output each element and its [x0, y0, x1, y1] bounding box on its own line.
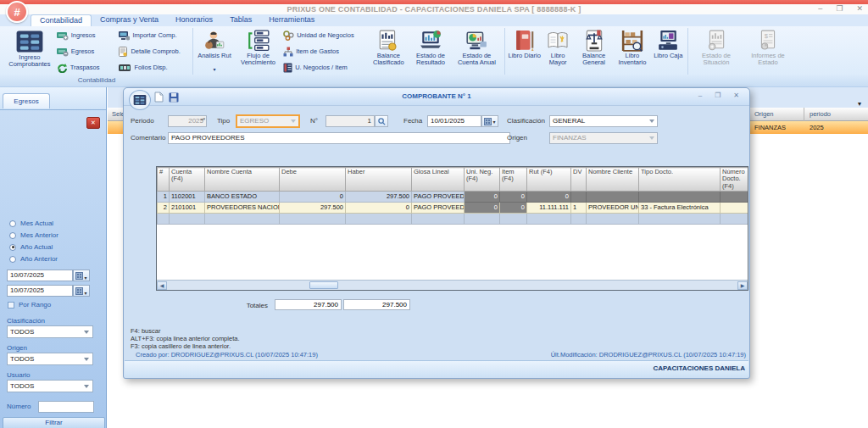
cell[interactable]	[205, 213, 280, 224]
dialog-minimize-icon[interactable]	[698, 92, 702, 99]
radio-mes-actual[interactable]: Mes Actual	[9, 220, 53, 227]
ribbon-button-libro-inventario[interactable]: Libro Inventario	[613, 28, 651, 67]
ribbon-button-detalle-comprob[interactable]: Detalle Comprob.	[119, 45, 190, 58]
ribbon-button-balance-general[interactable]: Balance General	[575, 28, 613, 67]
cell[interactable]	[412, 213, 465, 224]
tab-contabilidad[interactable]: Contabilidad	[31, 14, 92, 26]
restore-icon[interactable]	[836, 4, 843, 13]
cell[interactable]	[571, 191, 587, 202]
comentario-input[interactable]: PAGO PROVEEDORES	[168, 132, 510, 144]
cell[interactable]: PROVEEDOR UNO	[587, 202, 639, 213]
cell[interactable]	[587, 191, 639, 202]
numero-input[interactable]	[38, 401, 94, 413]
cell[interactable]: 1	[571, 202, 587, 213]
cell[interactable]	[280, 213, 346, 224]
cell[interactable]	[465, 213, 500, 224]
ribbon-button-estado-resultado[interactable]: Estado de Resultado	[409, 28, 452, 67]
date-from-picker-button[interactable]	[73, 270, 90, 281]
cell[interactable]	[170, 213, 205, 224]
ribbon-button-folios-disp[interactable]: Folios Disp.	[119, 61, 190, 75]
ribbon-button-libro-diario[interactable]: Libro Diario	[508, 28, 541, 59]
ribbon-button-informes-estado[interactable]: $ Informes de Estado	[742, 28, 794, 67]
grid-row-1[interactable]: 1 1102001 BANCO ESTADO 0 297.500 PAGO PR…	[158, 191, 748, 202]
cell[interactable]: BANCO ESTADO	[205, 191, 280, 202]
tab-honorarios[interactable]: Honorarios	[167, 14, 221, 26]
cell[interactable]	[500, 213, 527, 224]
cell[interactable]	[587, 213, 639, 224]
dialog-close-icon[interactable]	[733, 92, 739, 99]
ribbon-button-flujo-vencimiento[interactable]: Flujo de Vencimiento	[233, 28, 283, 67]
radio-mes-anterior[interactable]: Mes Anterior	[9, 231, 58, 239]
cell[interactable]: 33 - Factura Electrónica	[639, 202, 721, 213]
por-rango-checkbox[interactable]: Por Rango	[8, 301, 51, 308]
cell[interactable]	[639, 191, 721, 202]
cell[interactable]: PAGO PROVEED...	[412, 202, 465, 213]
cell[interactable]: 11.111.111	[527, 202, 571, 213]
filtrar-button[interactable]: Filtrar	[3, 417, 105, 428]
tab-egresos[interactable]: Egresos	[3, 93, 50, 108]
date-to-picker-button[interactable]	[73, 285, 90, 297]
ribbon-button-ingreso-comprobantes[interactable]: Ingreso Comprobantes	[3, 28, 57, 69]
cell[interactable]	[346, 213, 412, 224]
cell[interactable]: 0	[465, 191, 500, 202]
cell[interactable]: 0	[346, 202, 412, 213]
grid-row-2[interactable]: 2 2101001 PROVEEDORES NACIONALES 297.500…	[158, 202, 748, 213]
ribbon-button-estado-situacion[interactable]: Estado de Situación	[691, 28, 742, 67]
cell[interactable]: 1	[158, 191, 170, 202]
ribbon-button-item-gastos[interactable]: Item de Gastos	[283, 45, 367, 58]
cell[interactable]	[527, 213, 571, 224]
cell[interactable]: 2	[158, 202, 170, 213]
scroll-right-icon[interactable]	[737, 281, 748, 290]
horizontal-scrollbar[interactable]	[157, 280, 748, 290]
minimize-icon[interactable]	[818, 4, 822, 13]
cell[interactable]	[571, 213, 587, 224]
cell[interactable]: 1102001	[170, 191, 205, 202]
radio-ano-actual[interactable]: Año Actual	[9, 243, 53, 251]
cell[interactable]: 0	[280, 191, 346, 202]
cell[interactable]	[721, 213, 748, 224]
cell[interactable]: 0	[500, 191, 527, 202]
ribbon-button-analisis-rut[interactable]: Analisis Rut	[196, 28, 233, 75]
ribbon-button-estado-cuenta-anual[interactable]: Estado de Cuenta Anual	[452, 28, 502, 67]
dialog-titlebar[interactable]: COMPROBANTE N° 1	[124, 88, 749, 106]
ribbon-button-ingresos[interactable]: Ingresos	[57, 29, 120, 42]
tab-tablas[interactable]: Tablas	[221, 14, 260, 26]
clasificacion-select[interactable]: GENERAL	[549, 115, 658, 127]
close-panel-button[interactable]	[86, 117, 100, 129]
scroll-left-icon[interactable]	[157, 281, 167, 290]
clasificacion-select[interactable]: TODOS	[7, 325, 93, 338]
tab-compras-y-venta[interactable]: Compras y Venta	[92, 14, 167, 26]
periodo-spinner[interactable]: 2025	[168, 115, 207, 127]
cell[interactable]: PAGO PROVEED...	[412, 191, 465, 202]
ribbon-button-u-negocios-item[interactable]: U. Negocios / Item	[283, 61, 367, 75]
cell[interactable]: 0	[465, 202, 500, 213]
origen-select[interactable]: FINANZAS	[549, 132, 658, 144]
fecha-input[interactable]: 10/01/2025	[427, 115, 481, 127]
ribbon-button-libro-caja[interactable]: Libro Caja	[652, 28, 685, 59]
ribbon-button-unidad-negocios[interactable]: Unidad de Negocios	[283, 29, 367, 42]
cell[interactable]: 0	[527, 191, 571, 202]
cell[interactable]	[721, 202, 748, 213]
cell[interactable]	[158, 213, 170, 224]
cell[interactable]	[639, 213, 721, 224]
date-to-input[interactable]: 10/07/2025	[7, 285, 73, 297]
cell[interactable]: 297.500	[346, 191, 412, 202]
ribbon-button-libro-mayor[interactable]: Libro Mayor	[541, 28, 574, 67]
cell[interactable]: 2101001	[170, 202, 205, 213]
close-icon[interactable]	[856, 4, 863, 13]
scrollbar-thumb[interactable]	[309, 281, 338, 289]
tipo-select[interactable]: EGRESO	[236, 114, 300, 128]
cell[interactable]	[721, 191, 748, 202]
origen-select[interactable]: TODOS	[7, 353, 93, 365]
grid-row-empty[interactable]	[158, 213, 748, 224]
numero-input[interactable]: 1	[326, 115, 375, 127]
search-icon[interactable]	[375, 115, 388, 127]
new-document-icon[interactable]	[154, 91, 164, 106]
ribbon-button-importar-comp[interactable]: Importar Comp.	[119, 29, 190, 42]
fecha-picker-button[interactable]: ▾	[481, 115, 498, 127]
radio-ano-anterior[interactable]: Año Anterior	[9, 255, 58, 263]
usuario-select[interactable]: TODOS	[7, 380, 93, 392]
date-from-input[interactable]: 10/07/2025	[7, 270, 73, 281]
tab-herramientas[interactable]: Herramientas	[260, 14, 323, 26]
save-icon[interactable]	[169, 91, 179, 106]
